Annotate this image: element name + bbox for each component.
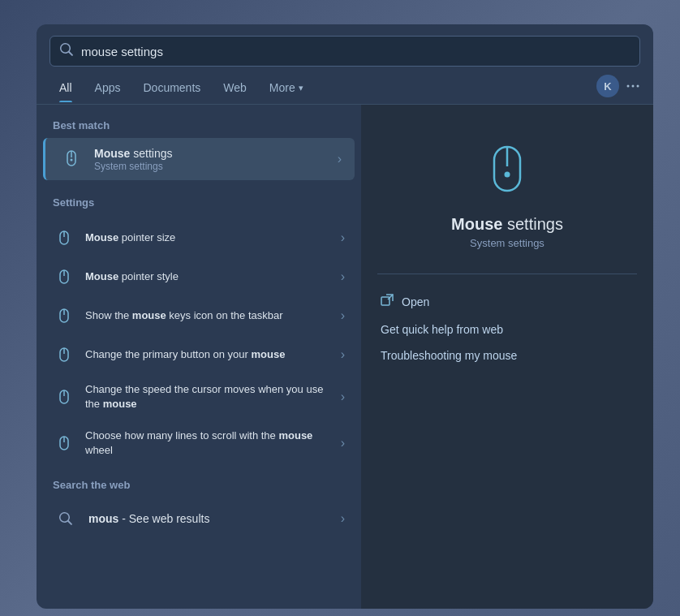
settings-item-cursor-speed[interactable]: Change the speed the cursor moves when y… [40, 374, 358, 420]
pointer-style-title: Mouse pointer style [85, 269, 331, 284]
chevron-down-icon: ▾ [299, 83, 303, 93]
cursor-speed-title: Change the speed the cursor moves when y… [85, 382, 331, 411]
tab-apps[interactable]: Apps [85, 76, 131, 102]
pointer-size-title: Mouse pointer size [85, 230, 331, 245]
scroll-lines-icon [53, 432, 75, 454]
search-bar [49, 36, 640, 67]
web-search-title: mous - See web results [88, 511, 331, 526]
more-options-button[interactable] [626, 79, 640, 93]
best-match-subtitle: System settings [94, 161, 328, 172]
left-panel: Best match Mouse settings System setting… [37, 105, 361, 609]
search-bar-area [37, 24, 653, 67]
primary-button-title: Change the primary button on your mouse [85, 347, 331, 362]
settings-list: Mouse pointer size › [37, 218, 361, 466]
best-match-item[interactable]: Mouse settings System settings › [43, 138, 355, 180]
svg-point-0 [627, 85, 630, 88]
search-panel: All Apps Documents Web More ▾ K [37, 24, 653, 609]
mouse-keys-icon [53, 304, 75, 327]
search-icon [60, 43, 73, 59]
tab-more[interactable]: More ▾ [260, 76, 313, 102]
svg-point-2 [637, 85, 639, 88]
cursor-speed-icon [53, 386, 75, 408]
search-input[interactable] [81, 45, 630, 58]
web-search-item[interactable]: mous - See web results › [40, 498, 358, 540]
best-match-title: Mouse settings [94, 146, 328, 161]
mouse-settings-icon [58, 146, 84, 172]
chevron-right-icon: › [341, 230, 345, 245]
primary-button-icon [53, 343, 75, 366]
app-title-large: Mouse settings [451, 215, 563, 234]
tabs-right: K [596, 75, 640, 104]
settings-item-primary-button[interactable]: Change the primary button on your mouse … [40, 335, 358, 374]
quick-help-text: Get quick help from web [381, 323, 503, 336]
troubleshoot-text: Troubleshooting my mouse [381, 349, 517, 362]
best-match-text: Mouse settings System settings [94, 146, 328, 172]
tab-documents[interactable]: Documents [133, 76, 210, 102]
chevron-right-icon: › [341, 390, 345, 404]
chevron-right-icon: › [341, 511, 345, 526]
web-search-label: Search the web [37, 476, 361, 498]
chevron-right-icon: › [341, 436, 345, 450]
settings-item-scroll-lines[interactable]: Choose how many lines to scroll with the… [40, 420, 358, 466]
main-content: Best match Mouse settings System setting… [37, 105, 653, 609]
open-link[interactable]: Open [377, 287, 637, 317]
tab-web[interactable]: Web [213, 76, 256, 102]
tabs-area: All Apps Documents Web More ▾ K [37, 67, 653, 105]
open-text: Open [402, 295, 429, 308]
pointer-size-icon [53, 226, 75, 249]
avatar[interactable]: K [596, 75, 619, 97]
chevron-right-icon: › [341, 269, 345, 284]
chevron-right-icon: › [341, 347, 345, 362]
svg-point-1 [632, 85, 635, 88]
pointer-style-icon [53, 265, 75, 288]
best-match-label: Best match [37, 116, 361, 138]
settings-item-keys-icon[interactable]: Show the mouse keys icon on the taskbar … [40, 296, 358, 335]
app-subtitle: System settings [470, 237, 544, 249]
web-search-icon [53, 506, 79, 532]
svg-point-5 [71, 159, 73, 162]
settings-label: Settings [37, 193, 361, 215]
chevron-right-icon: › [341, 308, 345, 323]
open-icon [381, 294, 394, 310]
keys-icon-title: Show the mouse keys icon on the taskbar [85, 308, 331, 323]
web-search-section: Search the web mous - See web results › [37, 476, 361, 540]
quick-help-link[interactable]: Get quick help from web [377, 317, 637, 342]
divider [377, 274, 637, 274]
tab-all[interactable]: All [49, 76, 82, 102]
settings-item-pointer-style[interactable]: Mouse pointer style › [40, 257, 358, 296]
scroll-lines-title: Choose how many lines to scroll with the… [85, 429, 331, 458]
app-icon-large [475, 137, 540, 202]
right-panel: Mouse settings System settings Open Get … [361, 105, 653, 609]
settings-item-pointer-size[interactable]: Mouse pointer size › [40, 218, 358, 257]
svg-point-20 [505, 172, 510, 178]
settings-section: Settings Mouse pointer size [37, 193, 361, 466]
chevron-right-icon: › [338, 152, 342, 166]
troubleshoot-link[interactable]: Troubleshooting my mouse [377, 342, 637, 368]
